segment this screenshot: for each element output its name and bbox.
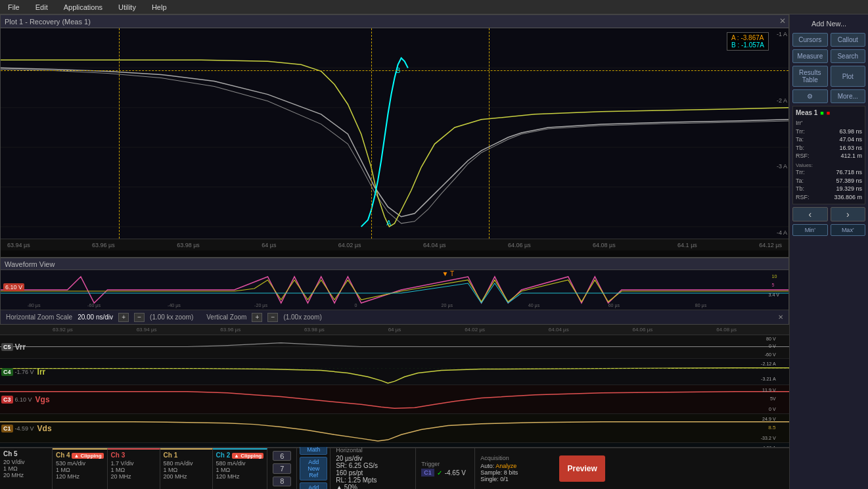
num-btn-8[interactable]: 8 [273,477,291,486]
ch1-line3: 200 MHz [164,473,209,480]
plot1-container: Plot 1 - Recovery (Meas 1) ✕ A : -3.867A… [0,14,789,258]
h-zoom-value: 20.00 ns/div [78,314,113,321]
menu-bar: File Edit Applications Utility Help [0,0,868,14]
h-zoom-plus-btn[interactable]: + [118,313,129,322]
svg-text:-40 µs: -40 µs [168,303,181,308]
svg-text:3.4 V: 3.4 V [769,292,780,297]
nav-left-btn[interactable]: ‹ [792,207,828,221]
y-axis-right: -1 A -2 A -3 A -4 A [777,28,787,239]
add-section: Add NewMath Add NewRef Add NewBus [297,448,331,489]
acquisition-line1: Auto: Analyze [480,463,549,469]
t-label-8: 64.1 µs [677,242,697,248]
meas1-green-dot: ■ [820,110,823,116]
svg-text:-20 µs: -20 µs [254,303,267,308]
more-btn[interactable]: More... [831,89,866,103]
waveform-scale-bar: Horizontal Zoom Scale 20.00 ns/div + − (… [1,310,788,324]
cursor-line-2 [371,28,372,239]
plot1-close-btn[interactable]: ✕ [779,16,786,26]
ch4-line3: 120 MHz [56,473,104,480]
cursor-info: A : -3.867A B : -1.057A [727,32,769,51]
channel-c5-row: C5 Vrr 80 V 0 V -60 V [0,335,789,359]
results-btn[interactable]: Results Table [792,66,828,87]
nav-right-btn[interactable]: › [831,207,866,221]
num-buttons-group: 6 7 8 [267,448,297,489]
t-label-2: 63.98 µs [177,242,200,248]
plot1-title: Plot 1 - Recovery (Meas 1) [5,18,91,26]
channel-c3-row: C3 6.10 V Vgs 11.9 V 5V 0 V [0,385,789,414]
bottom-bar: Ch 5 20 V/div 1 MΩ 20 MHz Ch 4 ▲ Clippin… [0,447,789,489]
svg-text:11.9 V: 11.9 V [762,388,776,392]
num-btn-7[interactable]: 7 [273,463,291,473]
svg-text:5: 5 [772,283,775,287]
h-zoom-minus-btn[interactable]: − [134,313,145,322]
c2-svg: 4.06 A 1.24 A 0 A [0,443,789,447]
ch2-line1: 580 mA/div [216,460,264,467]
menu-edit[interactable]: Edit [33,2,51,12]
num-btn-6[interactable]: 6 [273,451,291,461]
ch5-line3: 20 MHz [3,472,49,478]
ch3-line2: 1 MΩ [111,467,156,473]
meas1-trr-label: Trr: [796,128,805,136]
ch5-line2: 1 MΩ [3,465,49,472]
gear-btn[interactable]: ⚙ [792,89,828,103]
meas1-ta-label: Ta: [796,135,804,144]
ch2-line2: 1 MΩ [216,467,264,473]
ch5-line1: 20 V/div [3,459,49,465]
menu-file[interactable]: File [5,2,22,12]
horizontal-title: Horizontal [336,447,410,454]
horizontal-rl: RL: 1.25 Mpts [336,477,410,484]
horizontal-section: Horizontal 20 µs/div SR: 6.25 GS/s 160 p… [331,448,416,489]
menu-applications[interactable]: Applications [61,2,105,12]
ch4-header: Ch 4 ▲ Clipping [56,452,104,459]
t-label-0: 63.94 µs [7,242,30,248]
horizontal-pos: ▲ 50% [336,484,410,490]
trigger-marker: ▼ T [442,270,454,277]
right-panel: Add New... Cursors Callout Measure Searc… [789,14,868,489]
max-btn[interactable]: Max' [831,224,866,236]
svg-text:-3.21 A: -3.21 A [761,377,776,381]
svg-text:-2.12 A: -2.12 A [761,361,776,366]
callout-btn[interactable]: Callout [831,33,866,47]
meas1-rsf-label: RSF: [796,152,810,160]
right-panel-title: Add New... [792,17,865,30]
svg-text:24.9 V: 24.9 V [762,417,776,421]
search-btn[interactable]: Search [831,49,866,63]
meas1-tb2-val: 19.329 ns [836,185,862,193]
meas1-header: Meas 1 ■ ■ [796,109,862,116]
min-btn[interactable]: Min' [792,224,828,236]
waveform-canvas[interactable]: ▼ T 6.10 V -80 µs -60 µs -40 µs -20 µs [1,270,788,310]
menu-help[interactable]: Help [149,2,170,12]
channel-c2-row: C2 2.03 V Id 4.06 A 1.24 A 0 A [0,443,789,447]
v-zoom-plus-btn[interactable]: + [252,313,262,322]
waveform-section: Waveform View ▼ T 6.10 V -80 µs -60 [0,258,789,325]
v-zoom-minus-btn[interactable]: − [267,313,278,322]
svg-text:-33.2 V: -33.2 V [761,436,776,440]
trigger-title: Trigger [421,461,469,467]
svg-text:-60 V: -60 V [765,352,776,357]
svg-text:0 V: 0 V [769,407,776,411]
acquisition-line3: Sample: 8 bits [480,469,549,476]
ch3-header: Ch 3 [111,452,156,459]
channel-c4-label: C4 -1.76 V Irr [1,367,45,377]
meas1-tb2-label: Tb: [796,185,804,193]
preview-button[interactable]: Preview [559,455,605,482]
c4-voltage: -1.76 V [15,369,34,375]
horizontal-sr: SR: 6.25 GS/s [336,462,410,469]
svg-text:A: A [386,220,391,227]
add-bus-btn[interactable]: Add NewBus [300,482,327,489]
c1-voltage: -4.59 V [15,425,34,432]
measure-btn[interactable]: Measure [792,49,828,63]
plot-btn[interactable]: Plot [831,66,866,87]
ch4-line2: 1 MΩ [56,467,104,473]
plot1-time-axis: 63.94 µs 63.96 µs 63.98 µs 64 µs 64.02 µ… [1,239,788,250]
svg-text:60 µs: 60 µs [608,303,620,308]
meas1-rsf2-label: RSF: [796,193,810,202]
cursor-a-value: A : -3.867A [731,34,764,41]
menu-utility[interactable]: Utility [116,2,139,12]
cursors-btn[interactable]: Cursors [792,33,828,47]
meas1-irr-row: Irr' [796,119,862,128]
waveform-close-btn[interactable]: ✕ [778,314,783,321]
meas1-rsf2-row: RSF: 336.806 m [796,193,862,202]
meas1-label: Meas 1 [796,109,817,116]
add-ref-btn[interactable]: Add NewRef [300,457,327,480]
